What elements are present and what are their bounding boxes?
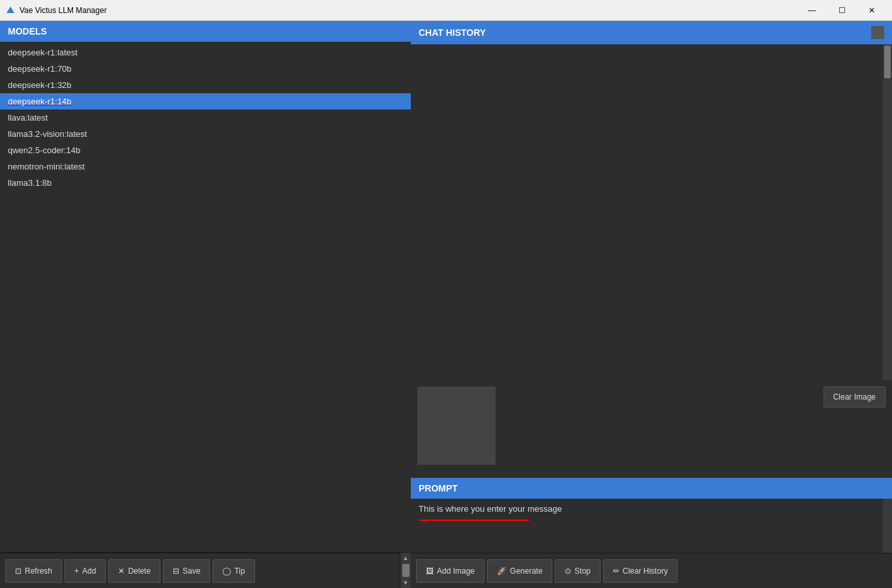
prompt-section: PROMPT This is where you enter your mess… bbox=[411, 478, 892, 553]
clear-history-button[interactable]: ✏ Clear History bbox=[603, 559, 677, 583]
save-button[interactable]: ⊟ Save bbox=[163, 559, 210, 583]
model-item[interactable]: deepseek-r1:latest bbox=[0, 44, 411, 61]
generate-button[interactable]: 🚀 Generate bbox=[487, 559, 552, 583]
chat-header-control[interactable] bbox=[871, 26, 884, 39]
prompt-input-row: This is where you enter your message bbox=[411, 499, 892, 553]
model-item[interactable]: nemotron-mini:latest bbox=[0, 158, 411, 175]
titlebar: Vae Victus LLM Manager — ☐ ✕ bbox=[0, 0, 892, 21]
model-item[interactable]: deepseek-r1:32b bbox=[0, 77, 411, 93]
tip-icon: ◯ bbox=[222, 566, 231, 576]
prompt-textarea[interactable]: This is where you enter your message bbox=[411, 499, 883, 551]
add-image-icon: 🖼 bbox=[426, 566, 434, 576]
chat-scrollbar[interactable] bbox=[883, 44, 892, 380]
generate-icon: 🚀 bbox=[497, 566, 507, 576]
maximize-button[interactable]: ☐ bbox=[827, 0, 857, 21]
add-button[interactable]: + Add bbox=[65, 559, 106, 583]
save-icon: ⊟ bbox=[173, 566, 179, 576]
left-panel: MODELS deepseek-r1:latestdeepseek-r1:70b… bbox=[0, 21, 411, 588]
model-item[interactable]: deepseek-r1:14b bbox=[0, 93, 411, 110]
models-header: MODELS bbox=[0, 21, 411, 42]
scroll-thumb bbox=[402, 564, 409, 577]
model-item[interactable]: llava:latest bbox=[0, 110, 411, 126]
left-toolbar: ⊡ Refresh + Add ✕ Delete ⊟ Save ◯ Tip bbox=[0, 553, 400, 588]
add-image-button[interactable]: 🖼 Add Image bbox=[416, 559, 484, 583]
red-underline-decoration bbox=[419, 520, 529, 521]
model-item[interactable]: llama3.1:8b bbox=[0, 175, 411, 191]
add-icon: + bbox=[74, 566, 79, 576]
prompt-input-container: This is where you enter your message bbox=[411, 499, 883, 553]
model-item[interactable]: llama3.2-vision:latest bbox=[0, 126, 411, 142]
left-panel-scrollbar[interactable]: ▲ ▼ bbox=[400, 553, 411, 588]
delete-button[interactable]: ✕ Delete bbox=[108, 559, 160, 583]
model-item[interactable]: qwen2.5-coder:14b bbox=[0, 142, 411, 158]
refresh-button[interactable]: ⊡ Refresh bbox=[5, 559, 62, 583]
models-list: deepseek-r1:latestdeepseek-r1:70bdeepsee… bbox=[0, 42, 411, 552]
model-item[interactable]: deepseek-r1:70b bbox=[0, 61, 411, 77]
right-toolbar: 🖼 Add Image 🚀 Generate ⊙ Stop ✏ Clear Hi… bbox=[411, 553, 892, 588]
tip-button[interactable]: ◯ Tip bbox=[213, 559, 254, 583]
stop-icon: ⊙ bbox=[565, 566, 571, 576]
prompt-scrollbar[interactable] bbox=[883, 499, 892, 553]
chat-scroll-thumb bbox=[884, 46, 891, 78]
image-placeholder bbox=[417, 387, 496, 465]
delete-icon: ✕ bbox=[118, 566, 125, 576]
minimize-button[interactable]: — bbox=[797, 0, 827, 21]
window-controls: — ☐ ✕ bbox=[797, 0, 887, 21]
main-content: MODELS deepseek-r1:latestdeepseek-r1:70b… bbox=[0, 21, 892, 588]
chat-history-area[interactable] bbox=[411, 44, 883, 380]
clear-history-icon: ✏ bbox=[613, 566, 619, 576]
clear-image-button[interactable]: Clear Image bbox=[824, 387, 885, 407]
chat-header: CHAT HISTORY bbox=[411, 21, 892, 44]
close-button[interactable]: ✕ bbox=[857, 0, 887, 21]
scroll-down-arrow[interactable]: ▼ bbox=[400, 578, 411, 588]
prompt-header: PROMPT bbox=[411, 478, 892, 499]
right-panel: CHAT HISTORY Clear Image PROMPT Th bbox=[411, 21, 892, 588]
scroll-up-arrow[interactable]: ▲ bbox=[400, 553, 411, 563]
chat-history-wrapper bbox=[411, 44, 892, 380]
stop-button[interactable]: ⊙ Stop bbox=[555, 559, 601, 583]
image-area: Clear Image bbox=[411, 380, 892, 478]
app-icon bbox=[5, 5, 16, 16]
app-title: Vae Victus LLM Manager bbox=[20, 6, 797, 15]
refresh-icon: ⊡ bbox=[15, 566, 22, 576]
chat-section: CHAT HISTORY bbox=[411, 21, 892, 380]
